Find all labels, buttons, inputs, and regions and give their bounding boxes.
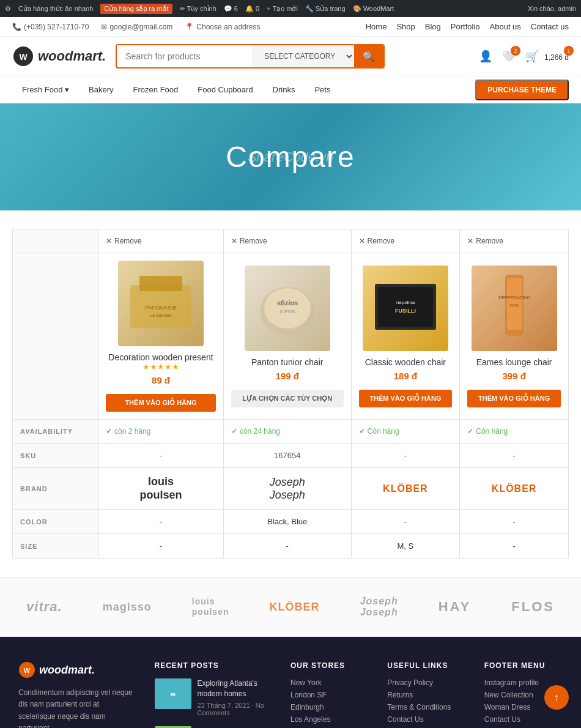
availability-value-2: còn 24 hàng [231,427,344,436]
footer-description: Condimentum adipiscing vel neque dis nam… [18,687,136,728]
admin-edit-page[interactable]: 🔧 Sửa trang [305,5,346,13]
nav-fresh-food[interactable]: Fresh Food ▾ [12,76,79,103]
add-cart-button-3[interactable]: THÊM VÀO GIỎ HÀNG [359,390,453,407]
svg-text:FINO: FINO [509,303,519,307]
wishlist-icon[interactable]: 🤍 2 [502,50,516,63]
cart-icon[interactable]: 🛒 1 1,266 đ [525,50,569,63]
account-icon[interactable]: 👤 [479,50,492,63]
admin-customize[interactable]: ✏ Tùy chỉnh [180,5,216,13]
purchase-theme-button[interactable]: PURCHASE THEME [475,80,569,100]
cart-badge: 1 [564,46,574,56]
availability-value-3: Còn hàng [359,427,453,436]
remove-cell-3: ✕ Remove [351,229,460,253]
avail-1: còn 2 hàng [98,420,224,444]
nav-shop[interactable]: Shop [396,22,415,31]
footer-logo-text: woodmart. [39,664,95,677]
admin-comments[interactable]: 💬 6 [224,5,238,13]
admin-site-name[interactable]: Cửa hàng thức ăn nhanh [18,5,93,13]
availability-value-1: còn 2 hàng [106,427,216,436]
product-name-4: Eames lounge chair [467,357,561,367]
label-size: SIZE [13,534,98,559]
product-name-1: Decoration wooden present [106,352,216,362]
search-input[interactable] [117,45,253,67]
recent-post-content-1: Exploring Atlanta's modern homes 23 Thán… [198,678,273,716]
remove-button-1[interactable]: ✕ Remove [106,237,216,245]
store-new-york[interactable]: New York [290,678,369,687]
avail-4: Còn hàng [460,420,569,444]
product-price-3: 189 đ [359,371,453,381]
svg-text:W: W [24,667,31,674]
brand-klober-strip[interactable]: KLÖBER [270,601,320,614]
recent-post-title-1[interactable]: Exploring Atlanta's modern homes [198,678,273,699]
recent-post-image-1: 🏘 [155,678,191,709]
link-contact-us[interactable]: Contact Us [387,715,465,724]
nav-food-cupboard[interactable]: Food Cupboard [188,76,262,103]
avail-3: Còn hàng [351,420,460,444]
store-los-angeles[interactable]: Los Angeles [290,715,369,724]
label-availability: AVAILABILITY [13,420,98,444]
brand-flos[interactable]: FLOS [511,599,555,615]
link-returns[interactable]: Returns [387,691,465,699]
size-row: SIZE - - M, S - [13,534,569,559]
product-cell-3: napolina FUSILLI Classic wooden chair 18… [351,253,460,420]
nav-bakery[interactable]: Bakery [79,76,123,103]
product-image-3: napolina FUSILLI [363,266,448,351]
nav-contact[interactable]: Contact us [531,22,569,31]
color-row: COLOR - Black, Blue - - [13,510,569,534]
admin-theme[interactable]: 🎨 WoodMart [353,5,394,13]
store-london-sf[interactable]: London SF [290,691,369,699]
brand-3: KLÖBER [351,468,460,510]
admin-bar: ⚙ Cửa hàng thức ăn nhanh Cửa hàng sắp ra… [0,0,581,17]
logo-text: woodmart. [38,48,106,64]
add-cart-button-1[interactable]: THÊM VÀO GIỎ HÀNG [106,394,216,412]
link-privacy-policy[interactable]: Privacy Policy [387,678,465,687]
add-cart-button-4[interactable]: THÊM VÀO GIỎ HÀNG [467,390,561,407]
product-cell-1: PAPOUASIE Le Sauvant Decoration wooden p… [98,253,224,420]
top-contact-info: 📞 (+035) 527-1710-70 ✉ google@gmail.com … [12,23,260,31]
remove-button-3[interactable]: ✕ Remove [359,237,453,245]
sku-1: - [98,444,224,468]
nav-drinks[interactable]: Drinks [263,76,305,103]
search-button[interactable]: 🔍 [354,45,383,67]
brand-vitra[interactable]: vitra. [26,599,62,615]
brand-magisso[interactable]: magisso [103,601,152,614]
admin-highlight[interactable]: Cửa hàng sắp ra mắt [100,4,172,14]
nav-about[interactable]: About us [490,22,521,31]
svg-text:CIFOS: CIFOS [280,309,295,314]
svg-point-7 [264,288,311,329]
footer-our-stores: OUR STORES New York London SF Edinburgh … [290,661,369,728]
menu-contact-us[interactable]: Contact Us [484,715,563,724]
nav-blog[interactable]: Blog [425,22,441,31]
admin-new[interactable]: + Tạo mới [267,5,298,13]
sku-4: - [460,444,569,468]
category-select[interactable]: SELECT CATEGORY [253,45,354,67]
product-image-4: DEPEPONCINO FINO [472,266,557,351]
nav-portfolio[interactable]: Portfolio [451,22,480,31]
nav-pets[interactable]: Pets [305,76,340,103]
store-edinburgh[interactable]: Edinburgh [290,703,369,711]
remove-button-2[interactable]: ✕ Remove [231,237,344,245]
brand-logo-1: louispoulsen [106,475,216,502]
nav-home[interactable]: Home [366,22,387,31]
remove-button-4[interactable]: ✕ Remove [467,237,561,245]
logo[interactable]: W woodmart. [12,45,106,67]
nav-frozen-food[interactable]: Frozen Food [124,76,188,103]
color-3: - [351,510,460,534]
email-info: ✉ google@gmail.com [101,23,172,31]
navbar-links: Fresh Food ▾ Bakery Frozen Food Food Cup… [12,76,340,103]
sku-3: - [351,444,460,468]
availability-row: AVAILABILITY còn 2 hàng còn 24 hàng Còn … [13,420,569,444]
options-button-2[interactable]: LỰA CHỌN CÁC TÙY CHỌN [231,390,344,407]
brand-josephjoseph[interactable]: JosephJoseph [360,596,398,618]
link-terms[interactable]: Terms & Conditions [387,703,465,711]
color-1: - [98,510,224,534]
brand-louispoulsen[interactable]: louispoulsen [192,596,229,617]
admin-pending[interactable]: 🔔 0 [245,5,259,13]
brand-hay[interactable]: HAY [439,599,471,615]
product-image-2: sfizios CIFOS [245,266,330,351]
brands-strip: vitra. magisso louispoulsen KLÖBER Josep… [0,577,581,637]
size-4: - [460,534,569,559]
product-image-1: PAPOUASIE Le Sauvant [118,261,204,346]
admin-wp-icon: ⚙ [5,5,11,13]
scroll-top-button[interactable]: ↑ [544,685,569,710]
